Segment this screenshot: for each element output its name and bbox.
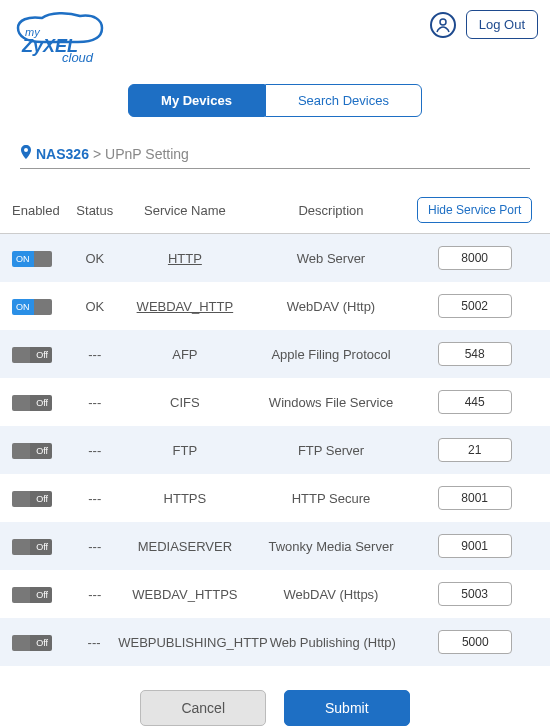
table-row: ONOKWEBDAV_HTTPWebDAV (Http) (0, 282, 550, 330)
table-row: Off---WEBPUBLISHING_HTTPWeb Publishing (… (0, 618, 550, 666)
service-description: Web Publishing (Http) (253, 635, 412, 650)
enabled-toggle[interactable]: ON (12, 299, 52, 315)
enabled-toggle[interactable]: Off (12, 395, 52, 411)
tab-my-devices[interactable]: My Devices (128, 84, 265, 117)
enabled-toggle[interactable]: Off (12, 635, 52, 651)
tabs: My Devices Search Devices (0, 84, 550, 117)
breadcrumb-device[interactable]: NAS326 (36, 146, 89, 162)
service-description: Apple Filing Protocol (251, 347, 412, 362)
col-header-status: Status (70, 203, 119, 218)
service-name: CIFS (170, 395, 200, 410)
location-icon (20, 145, 32, 162)
cancel-button[interactable]: Cancel (140, 690, 266, 726)
port-input[interactable] (438, 534, 512, 558)
service-name: WEBDAV_HTTPS (132, 587, 237, 602)
service-name: AFP (172, 347, 197, 362)
enabled-toggle[interactable]: ON (12, 251, 52, 267)
port-input[interactable] (438, 486, 512, 510)
service-description: Web Server (251, 251, 412, 266)
submit-button[interactable]: Submit (284, 690, 410, 726)
enabled-toggle[interactable]: Off (12, 443, 52, 459)
status-text: --- (70, 539, 119, 554)
status-text: --- (70, 491, 119, 506)
enabled-toggle[interactable]: Off (12, 491, 52, 507)
service-name: WEBPUBLISHING_HTTP (118, 635, 268, 650)
upnp-table: Enabled Status Service Name Description … (0, 191, 550, 666)
table-body: ONOKHTTPWeb ServerONOKWEBDAV_HTTPWebDAV … (0, 233, 550, 666)
breadcrumb-current: UPnP Setting (105, 146, 189, 162)
brand-logo: my ZyXEL cloud (12, 10, 107, 62)
enabled-toggle[interactable]: Off (12, 539, 52, 555)
table-row: Off---WEBDAV_HTTPSWebDAV (Https) (0, 570, 550, 618)
status-text: OK (70, 299, 119, 314)
status-text: --- (70, 395, 119, 410)
service-name[interactable]: WEBDAV_HTTP (137, 299, 234, 314)
service-description: Windows File Service (251, 395, 412, 410)
port-input[interactable] (438, 630, 512, 654)
table-row: Off---CIFSWindows File Service (0, 378, 550, 426)
table-row: Off---AFPApple Filing Protocol (0, 330, 550, 378)
status-text: OK (70, 251, 119, 266)
service-name: HTTPS (164, 491, 207, 506)
hide-service-port-button[interactable]: Hide Service Port (417, 197, 532, 223)
header: my ZyXEL cloud Log Out (0, 0, 550, 72)
service-name[interactable]: HTTP (168, 251, 202, 266)
table-row: Off---FTPFTP Server (0, 426, 550, 474)
breadcrumb-separator: > (93, 146, 101, 162)
port-input[interactable] (438, 582, 512, 606)
footer-buttons: Cancel Submit (0, 690, 550, 726)
svg-point-3 (440, 19, 446, 25)
svg-text:cloud: cloud (62, 50, 94, 62)
service-name: MEDIASERVER (138, 539, 232, 554)
port-input[interactable] (438, 294, 512, 318)
breadcrumb: NAS326 > UPnP Setting (20, 145, 530, 169)
status-text: --- (70, 443, 119, 458)
tab-search-devices[interactable]: Search Devices (265, 84, 422, 117)
status-text: --- (70, 587, 119, 602)
table-row: Off---MEDIASERVERTwonky Media Server (0, 522, 550, 570)
col-header-enabled: Enabled (12, 203, 70, 218)
table-row: Off---HTTPSHTTP Secure (0, 474, 550, 522)
service-description: Twonky Media Server (251, 539, 412, 554)
logout-button[interactable]: Log Out (466, 10, 538, 39)
port-input[interactable] (438, 438, 512, 462)
port-input[interactable] (438, 246, 512, 270)
enabled-toggle[interactable]: Off (12, 347, 52, 363)
service-name: FTP (173, 443, 198, 458)
status-text: --- (70, 635, 118, 650)
port-input[interactable] (438, 342, 512, 366)
service-description: WebDAV (Https) (251, 587, 412, 602)
table-header: Enabled Status Service Name Description … (0, 191, 550, 233)
port-input[interactable] (438, 390, 512, 414)
table-row: ONOKHTTPWeb Server (0, 234, 550, 282)
status-text: --- (70, 347, 119, 362)
col-header-service: Service Name (119, 203, 251, 218)
service-description: FTP Server (251, 443, 412, 458)
col-header-description: Description (251, 203, 412, 218)
user-icon[interactable] (430, 12, 456, 38)
enabled-toggle[interactable]: Off (12, 587, 52, 603)
service-description: HTTP Secure (251, 491, 412, 506)
service-description: WebDAV (Http) (251, 299, 412, 314)
